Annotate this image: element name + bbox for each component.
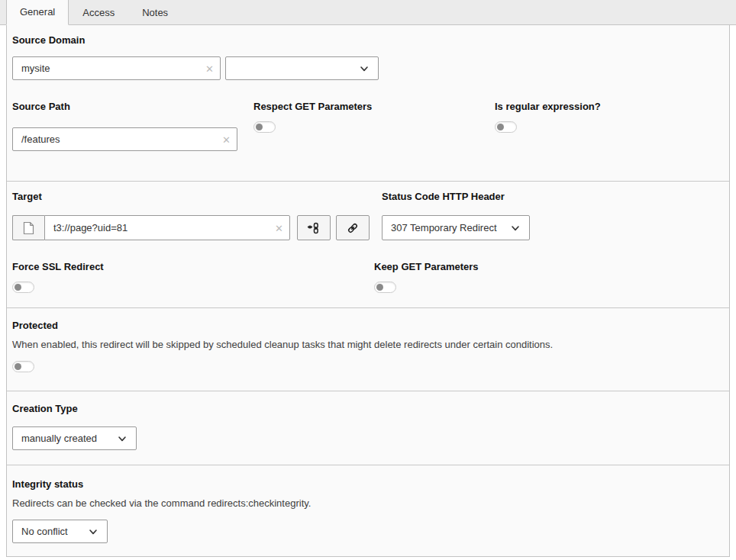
status-code-column: Status Code HTTP Header 307 Temporary Re… — [382, 191, 724, 240]
respect-get-toggle[interactable] — [253, 121, 276, 133]
force-ssl-label: Force SSL Redirect — [12, 261, 362, 272]
regex-column: Is regular expression? — [495, 101, 724, 151]
regex-toggle[interactable] — [495, 121, 517, 133]
protected-label: Protected — [12, 320, 724, 331]
section-protected: Protected When enabled, this redirect wi… — [7, 307, 729, 391]
creation-type-select[interactable]: manually created — [12, 426, 137, 450]
toggle-knob — [15, 284, 21, 291]
keep-get-column: Keep GET Parameters — [374, 261, 724, 295]
respect-get-column: Respect GET Parameters — [253, 101, 483, 151]
section-integrity-status: Integrity status Redirects can be checke… — [7, 465, 729, 557]
select-value: No conflict — [21, 526, 68, 537]
chevron-down-icon — [510, 223, 521, 233]
link-browser-button[interactable] — [297, 215, 331, 240]
section-creation-type: Creation Type manually created — [7, 391, 729, 465]
chevron-down-icon — [359, 63, 370, 74]
creation-type-label: Creation Type — [12, 403, 724, 414]
section-target: Target ✕ — [7, 181, 729, 307]
respect-get-label: Respect GET Parameters — [253, 101, 483, 112]
toggle-knob — [256, 124, 263, 130]
status-code-select[interactable]: 307 Temporary Redirect — [382, 215, 530, 240]
link-icon — [347, 222, 359, 234]
integrity-status-select[interactable]: No conflict — [12, 520, 108, 543]
source-domain-label: Source Domain — [12, 34, 724, 46]
integrity-status-label: Integrity status — [12, 478, 724, 490]
general-tab-panel: Source Domain ✕ Source Path ✕ — [6, 25, 730, 557]
status-code-label: Status Code HTTP Header — [382, 191, 724, 202]
chevron-down-icon — [88, 526, 98, 537]
source-path-input[interactable] — [12, 127, 237, 151]
select-value: manually created — [21, 433, 97, 444]
section-source: Source Domain ✕ Source Path ✕ — [7, 25, 729, 181]
target-label: Target — [12, 191, 370, 202]
tab-notes[interactable]: Notes — [128, 0, 182, 25]
integrity-status-description: Redirects can be checked via the command… — [12, 497, 724, 509]
link-button[interactable] — [336, 215, 370, 240]
link-wizard-icon — [307, 222, 321, 234]
select-value: 307 Temporary Redirect — [391, 222, 497, 233]
source-path-label: Source Path — [12, 101, 241, 112]
clear-icon[interactable]: ✕ — [275, 223, 283, 233]
target-column: Target ✕ — [12, 191, 370, 240]
protected-description: When enabled, this redirect will be skip… — [12, 339, 724, 350]
source-domain-select[interactable] — [225, 56, 379, 80]
target-type-indicator — [12, 215, 44, 240]
clear-icon[interactable]: ✕ — [222, 134, 231, 144]
toggle-knob — [15, 363, 21, 370]
clear-icon[interactable]: ✕ — [205, 63, 214, 73]
source-path-column: Source Path ✕ — [12, 101, 241, 151]
keep-get-label: Keep GET Parameters — [374, 261, 724, 272]
regex-label: Is regular expression? — [495, 101, 724, 112]
toggle-knob — [497, 124, 504, 130]
tab-bar: General Access Notes — [0, 0, 736, 25]
keep-get-toggle[interactable] — [374, 282, 396, 293]
page-icon — [23, 221, 34, 235]
tab-general[interactable]: General — [6, 0, 69, 25]
target-input[interactable] — [44, 215, 290, 240]
source-domain-input[interactable] — [12, 56, 221, 80]
tab-access[interactable]: Access — [69, 0, 128, 25]
toggle-knob — [376, 284, 383, 291]
protected-toggle[interactable] — [12, 361, 34, 372]
force-ssl-toggle[interactable] — [12, 282, 34, 293]
chevron-down-icon — [117, 433, 128, 444]
force-ssl-column: Force SSL Redirect — [12, 261, 362, 295]
